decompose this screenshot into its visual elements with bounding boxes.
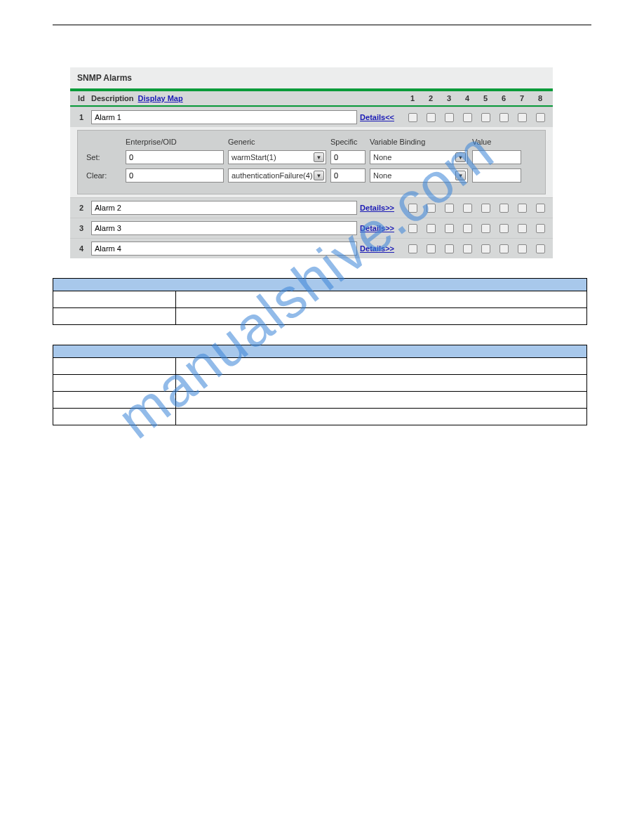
col-7: 7 [514,94,530,102]
details-toggle[interactable]: Details<< [360,113,394,121]
info-table-2 [53,345,587,425]
table-row: 2 Details>> [70,197,553,218]
checkbox[interactable] [536,244,545,253]
checkbox[interactable] [481,204,490,213]
label-specific: Specific [330,138,365,146]
details-toggle[interactable]: Details>> [360,224,394,232]
checkbox[interactable] [445,224,454,233]
checkbox[interactable] [499,244,509,253]
snmp-alarms-panel: SNMP Alarms Id Description Display Map 1… [70,67,553,258]
clear-enterprise-input[interactable] [126,168,224,183]
page-top-rule [53,25,591,25]
col-3: 3 [441,94,457,102]
info-table-1 [53,278,587,325]
alarm-description-input[interactable] [91,241,357,256]
checkbox[interactable] [445,113,454,122]
table1-header [53,279,587,291]
checkbox[interactable] [408,204,417,213]
table-row: 4 Details>> [70,238,553,258]
col-4: 4 [459,94,476,102]
checkbox[interactable] [427,244,436,253]
alarm-details-panel: Enterprise/OID Generic Specific Variable… [77,130,546,194]
clear-value-input[interactable] [472,168,521,183]
table-row [53,409,587,425]
label-generic: Generic [228,138,326,146]
checkbox[interactable] [481,224,490,233]
table-row: 1 Details<< [70,107,553,127]
alarm-id: 4 [74,244,88,253]
checkbox[interactable] [499,113,509,122]
checkbox[interactable] [427,113,436,122]
table-row [53,308,587,325]
checkbox[interactable] [445,244,454,253]
table-row [53,291,587,308]
label-value: Value [472,138,521,146]
panel-title: SNMP Alarms [70,67,553,87]
checkbox[interactable] [499,224,509,233]
checkbox[interactable] [518,204,527,213]
details-toggle[interactable]: Details>> [360,244,394,253]
chevron-down-icon: ▼ [455,152,466,162]
table-row [53,375,587,392]
alarm-id: 2 [74,204,88,212]
chevron-down-icon: ▼ [455,171,466,180]
checkbox[interactable] [408,224,417,233]
checkbox[interactable] [463,224,472,233]
set-value-input[interactable] [472,150,521,164]
col-1: 1 [404,94,421,102]
checkbox[interactable] [481,113,490,122]
checkbox[interactable] [481,244,490,253]
table-row [53,392,587,409]
checkbox[interactable] [536,204,545,213]
checkbox[interactable] [427,204,436,213]
col-id: Id [74,94,88,102]
alarm-id: 3 [74,224,88,232]
col-2: 2 [422,94,439,102]
label-varbind: Variable Binding [370,138,468,146]
set-generic-select[interactable]: warmStart(1) ▼ [228,150,326,164]
alarm-description-input[interactable] [91,221,357,235]
table-header-row: Id Description Display Map 1 2 3 4 5 6 7… [70,91,553,105]
details-toggle[interactable]: Details>> [360,204,394,212]
checkbox[interactable] [536,224,545,233]
col-5: 5 [477,94,494,102]
table2-header [53,345,587,358]
checkbox[interactable] [518,113,527,122]
set-enterprise-input[interactable] [126,150,224,164]
table-row: 3 Details>> [70,218,553,238]
checkbox[interactable] [463,113,472,122]
label-clear: Clear: [86,171,121,180]
table-row [53,358,587,375]
checkbox[interactable] [408,113,417,122]
clear-generic-select[interactable]: authenticationFailure(4) ▼ [228,168,326,183]
clear-varbind-select[interactable]: None ▼ [370,168,468,183]
clear-specific-input[interactable] [330,168,365,183]
label-set: Set: [86,153,121,161]
checkbox[interactable] [518,244,527,253]
chevron-down-icon: ▼ [314,171,324,180]
set-varbind-select[interactable]: None ▼ [370,150,468,164]
checkbox[interactable] [463,244,472,253]
alarm-id: 1 [74,113,88,121]
col-8: 8 [532,94,549,102]
col-6: 6 [495,94,512,102]
checkbox[interactable] [427,224,436,233]
checkbox[interactable] [463,204,472,213]
label-enterprise: Enterprise/OID [126,138,224,146]
checkbox[interactable] [408,244,417,253]
alarm-description-input[interactable] [91,201,357,215]
checkbox[interactable] [536,113,545,122]
chevron-down-icon: ▼ [314,152,324,162]
set-specific-input[interactable] [330,150,365,164]
checkbox[interactable] [499,204,509,213]
checkbox[interactable] [445,204,454,213]
display-map-link[interactable]: Display Map [138,94,183,102]
col-description: Description [91,94,134,102]
checkbox[interactable] [518,224,527,233]
alarm-description-input[interactable] [91,110,357,124]
